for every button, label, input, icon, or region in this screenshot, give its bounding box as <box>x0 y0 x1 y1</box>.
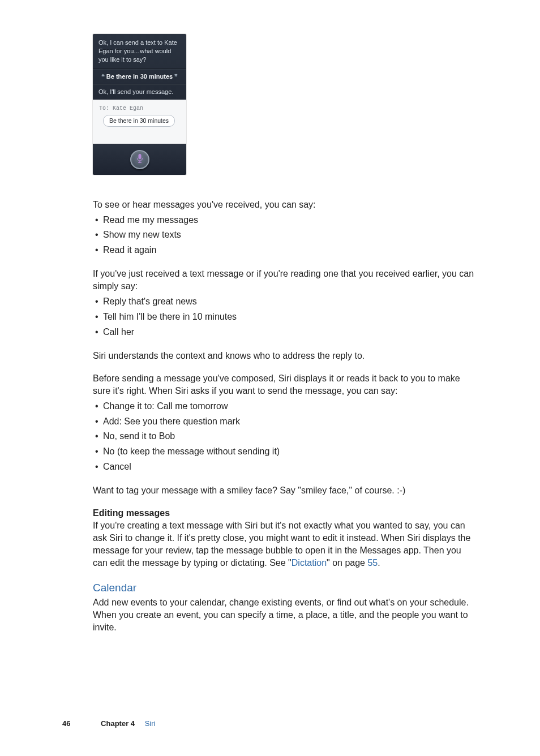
siri-user-quote: Be there in 30 minutes <box>93 69 186 84</box>
paragraph-text: If you're creating a text message with S… <box>93 521 470 568</box>
list-item: Read it again <box>95 243 478 257</box>
body-paragraph: Add new events to your calendar, change … <box>93 596 478 634</box>
list-item: Add: See you there question mark <box>95 415 478 429</box>
bullet-list: Change it to: Call me tomorrow Add: See … <box>93 400 478 474</box>
list-item: Cancel <box>95 460 478 474</box>
body-paragraph: If you've just received a text message o… <box>93 268 478 293</box>
dictation-link[interactable]: Dictation <box>292 558 327 568</box>
chapter-name-link[interactable]: Siri <box>145 719 156 728</box>
bullet-list: Read me my messages Show my new texts Re… <box>93 213 478 257</box>
page-footer: 46 Chapter 4 Siri <box>62 719 155 728</box>
body-paragraph: Before sending a message you've composed… <box>93 372 478 397</box>
page-number: 46 <box>62 719 70 728</box>
siri-message-card: To:Kate Egan Be there in 30 minutes <box>93 100 186 144</box>
to-name: Kate Egan <box>113 105 143 111</box>
siri-mic-button[interactable] <box>130 150 149 169</box>
siri-confirm-text: Ok, I'll send your message. <box>93 84 186 100</box>
body-paragraph: Want to tag your message with a smiley f… <box>93 484 478 497</box>
page-link[interactable]: 55 <box>367 558 378 568</box>
list-item: Reply that's great news <box>95 295 478 309</box>
siri-mic-bar <box>93 144 186 175</box>
list-item: Read me my messages <box>95 213 478 227</box>
message-to-line: To:Kate Egan <box>97 105 182 111</box>
to-label: To: <box>99 105 109 111</box>
message-bubble[interactable]: Be there in 30 minutes <box>103 115 175 127</box>
paragraph-text: . <box>378 558 380 568</box>
body-paragraph: If you're creating a text message with S… <box>93 519 478 569</box>
svg-rect-0 <box>138 154 141 159</box>
list-item: Show my new texts <box>95 228 478 242</box>
bullet-list: Reply that's great news Tell him I'll be… <box>93 295 478 339</box>
siri-response-text: Ok, I can send a text to Kate Egan for y… <box>93 34 186 69</box>
list-item: Tell him I'll be there in 10 minutes <box>95 310 478 324</box>
body-paragraph: To see or hear messages you've received,… <box>93 199 478 211</box>
chapter-label: Chapter 4 <box>101 719 135 728</box>
siri-screenshot: Ok, I can send a text to Kate Egan for y… <box>93 34 186 175</box>
subheading: Editing messages <box>93 508 478 518</box>
paragraph-text: " on page <box>327 558 367 568</box>
list-item: Change it to: Call me tomorrow <box>95 400 478 414</box>
list-item: No (to keep the message without sending … <box>95 445 478 459</box>
list-item: No, send it to Bob <box>95 429 478 444</box>
list-item: Call her <box>95 325 478 340</box>
body-paragraph: Siri understands the context and knows w… <box>93 350 478 362</box>
microphone-icon <box>136 153 144 166</box>
siri-dark-section: Ok, I can send a text to Kate Egan for y… <box>93 34 186 100</box>
section-heading-calendar: Calendar <box>93 582 478 594</box>
